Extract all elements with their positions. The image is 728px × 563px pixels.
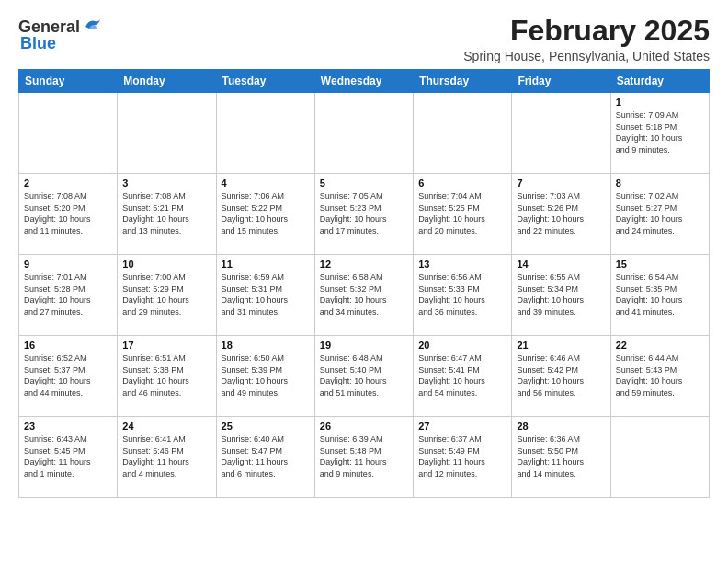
month-title: February 2025 — [463, 15, 710, 47]
calendar-cell-w3-d7: 15Sunrise: 6:54 AM Sunset: 5:35 PM Dayli… — [610, 255, 709, 336]
day-number: 5 — [320, 178, 408, 189]
day-info: Sunrise: 7:04 AM Sunset: 5:25 PM Dayligh… — [418, 190, 506, 236]
day-number: 21 — [517, 339, 605, 350]
day-number: 22 — [616, 339, 704, 350]
calendar-header-row: Sunday Monday Tuesday Wednesday Thursday… — [19, 70, 710, 93]
calendar-cell-w1-d5 — [414, 93, 512, 174]
calendar-cell-w1-d1 — [19, 93, 118, 174]
calendar: Sunday Monday Tuesday Wednesday Thursday… — [18, 69, 710, 498]
day-number: 13 — [418, 259, 506, 270]
day-number: 19 — [320, 339, 408, 350]
calendar-cell-w4-d6: 21Sunrise: 6:46 AM Sunset: 5:42 PM Dayli… — [512, 336, 610, 417]
header-monday: Monday — [118, 70, 216, 93]
title-area: February 2025 Spring House, Pennsylvania… — [463, 15, 710, 63]
day-info: Sunrise: 6:43 AM Sunset: 5:45 PM Dayligh… — [24, 433, 112, 479]
location-subtitle: Spring House, Pennsylvania, United State… — [463, 49, 710, 63]
header-wednesday: Wednesday — [314, 70, 413, 93]
calendar-cell-w3-d5: 13Sunrise: 6:56 AM Sunset: 5:33 PM Dayli… — [414, 255, 512, 336]
day-number: 4 — [222, 178, 310, 189]
day-number: 25 — [222, 420, 310, 431]
calendar-week-3: 9Sunrise: 7:01 AM Sunset: 5:28 PM Daylig… — [19, 255, 710, 336]
calendar-cell-w5-d3: 25Sunrise: 6:40 AM Sunset: 5:47 PM Dayli… — [216, 417, 314, 498]
calendar-cell-w5-d4: 26Sunrise: 6:39 AM Sunset: 5:48 PM Dayli… — [314, 417, 413, 498]
day-number: 8 — [616, 178, 704, 189]
day-number: 11 — [222, 259, 310, 270]
calendar-cell-w4-d4: 19Sunrise: 6:48 AM Sunset: 5:40 PM Dayli… — [314, 336, 413, 417]
day-number: 7 — [517, 178, 605, 189]
calendar-cell-w4-d3: 18Sunrise: 6:50 AM Sunset: 5:39 PM Dayli… — [216, 336, 314, 417]
calendar-cell-w1-d4 — [314, 93, 413, 174]
day-info: Sunrise: 6:44 AM Sunset: 5:43 PM Dayligh… — [616, 352, 704, 398]
day-info: Sunrise: 6:36 AM Sunset: 5:50 PM Dayligh… — [517, 433, 605, 479]
calendar-week-5: 23Sunrise: 6:43 AM Sunset: 5:45 PM Dayli… — [19, 417, 710, 498]
calendar-cell-w1-d2 — [118, 93, 216, 174]
calendar-week-1: 1Sunrise: 7:09 AM Sunset: 5:18 PM Daylig… — [19, 93, 710, 174]
day-info: Sunrise: 6:37 AM Sunset: 5:49 PM Dayligh… — [418, 433, 506, 479]
day-number: 18 — [222, 339, 310, 350]
calendar-cell-w4-d7: 22Sunrise: 6:44 AM Sunset: 5:43 PM Dayli… — [610, 336, 709, 417]
day-info: Sunrise: 7:06 AM Sunset: 5:22 PM Dayligh… — [222, 190, 310, 236]
calendar-cell-w4-d1: 16Sunrise: 6:52 AM Sunset: 5:37 PM Dayli… — [19, 336, 118, 417]
day-info: Sunrise: 7:08 AM Sunset: 5:21 PM Dayligh… — [122, 190, 210, 236]
calendar-cell-w2-d4: 5Sunrise: 7:05 AM Sunset: 5:23 PM Daylig… — [314, 174, 413, 255]
day-number: 24 — [122, 420, 210, 431]
day-info: Sunrise: 7:05 AM Sunset: 5:23 PM Dayligh… — [320, 190, 408, 236]
header-tuesday: Tuesday — [216, 70, 314, 93]
day-number: 1 — [616, 97, 704, 108]
day-number: 9 — [24, 259, 112, 270]
calendar-cell-w3-d2: 10Sunrise: 7:00 AM Sunset: 5:29 PM Dayli… — [118, 255, 216, 336]
day-number: 28 — [517, 420, 605, 431]
header-area: General Blue February 2025 Spring House,… — [18, 15, 710, 63]
calendar-cell-w1-d7: 1Sunrise: 7:09 AM Sunset: 5:18 PM Daylig… — [610, 93, 709, 174]
calendar-cell-w2-d1: 2Sunrise: 7:08 AM Sunset: 5:20 PM Daylig… — [19, 174, 118, 255]
day-info: Sunrise: 6:48 AM Sunset: 5:40 PM Dayligh… — [320, 352, 408, 398]
day-info: Sunrise: 6:56 AM Sunset: 5:33 PM Dayligh… — [418, 271, 506, 317]
calendar-cell-w2-d3: 4Sunrise: 7:06 AM Sunset: 5:22 PM Daylig… — [216, 174, 314, 255]
calendar-cell-w5-d5: 27Sunrise: 6:37 AM Sunset: 5:49 PM Dayli… — [414, 417, 512, 498]
calendar-cell-w4-d2: 17Sunrise: 6:51 AM Sunset: 5:38 PM Dayli… — [118, 336, 216, 417]
header-thursday: Thursday — [414, 70, 512, 93]
calendar-cell-w5-d2: 24Sunrise: 6:41 AM Sunset: 5:46 PM Dayli… — [118, 417, 216, 498]
logo: General Blue — [18, 15, 102, 53]
calendar-week-4: 16Sunrise: 6:52 AM Sunset: 5:37 PM Dayli… — [19, 336, 710, 417]
day-info: Sunrise: 6:47 AM Sunset: 5:41 PM Dayligh… — [418, 352, 506, 398]
calendar-cell-w2-d6: 7Sunrise: 7:03 AM Sunset: 5:26 PM Daylig… — [512, 174, 610, 255]
day-number: 20 — [418, 339, 506, 350]
day-number: 27 — [418, 420, 506, 431]
day-info: Sunrise: 6:46 AM Sunset: 5:42 PM Dayligh… — [517, 352, 605, 398]
day-info: Sunrise: 6:41 AM Sunset: 5:46 PM Dayligh… — [122, 433, 210, 479]
calendar-cell-w1-d6 — [512, 93, 610, 174]
calendar-cell-w2-d2: 3Sunrise: 7:08 AM Sunset: 5:21 PM Daylig… — [118, 174, 216, 255]
day-info: Sunrise: 6:55 AM Sunset: 5:34 PM Dayligh… — [517, 271, 605, 317]
calendar-cell-w4-d5: 20Sunrise: 6:47 AM Sunset: 5:41 PM Dayli… — [414, 336, 512, 417]
page: General Blue February 2025 Spring House,… — [0, 0, 728, 512]
calendar-cell-w2-d7: 8Sunrise: 7:02 AM Sunset: 5:27 PM Daylig… — [610, 174, 709, 255]
day-info: Sunrise: 6:40 AM Sunset: 5:47 PM Dayligh… — [222, 433, 310, 479]
day-info: Sunrise: 6:39 AM Sunset: 5:48 PM Dayligh… — [320, 433, 408, 479]
day-number: 12 — [320, 259, 408, 270]
calendar-cell-w1-d3 — [216, 93, 314, 174]
header-saturday: Saturday — [610, 70, 709, 93]
day-info: Sunrise: 7:09 AM Sunset: 5:18 PM Dayligh… — [616, 109, 704, 155]
day-number: 3 — [122, 178, 210, 189]
calendar-cell-w3-d1: 9Sunrise: 7:01 AM Sunset: 5:28 PM Daylig… — [19, 255, 118, 336]
logo-bird-icon — [82, 17, 102, 34]
day-number: 17 — [122, 339, 210, 350]
day-info: Sunrise: 7:08 AM Sunset: 5:20 PM Dayligh… — [24, 190, 112, 236]
day-info: Sunrise: 6:52 AM Sunset: 5:37 PM Dayligh… — [24, 352, 112, 398]
calendar-week-2: 2Sunrise: 7:08 AM Sunset: 5:20 PM Daylig… — [19, 174, 710, 255]
logo-blue: Blue — [20, 35, 56, 53]
day-number: 2 — [24, 178, 112, 189]
day-info: Sunrise: 7:02 AM Sunset: 5:27 PM Dayligh… — [616, 190, 704, 236]
day-number: 10 — [122, 259, 210, 270]
day-number: 26 — [320, 420, 408, 431]
day-info: Sunrise: 6:51 AM Sunset: 5:38 PM Dayligh… — [122, 352, 210, 398]
day-info: Sunrise: 6:59 AM Sunset: 5:31 PM Dayligh… — [222, 271, 310, 317]
calendar-cell-w3-d4: 12Sunrise: 6:58 AM Sunset: 5:32 PM Dayli… — [314, 255, 413, 336]
calendar-cell-w5-d1: 23Sunrise: 6:43 AM Sunset: 5:45 PM Dayli… — [19, 417, 118, 498]
calendar-cell-w2-d5: 6Sunrise: 7:04 AM Sunset: 5:25 PM Daylig… — [414, 174, 512, 255]
day-number: 23 — [24, 420, 112, 431]
calendar-cell-w3-d3: 11Sunrise: 6:59 AM Sunset: 5:31 PM Dayli… — [216, 255, 314, 336]
day-info: Sunrise: 6:50 AM Sunset: 5:39 PM Dayligh… — [222, 352, 310, 398]
header-sunday: Sunday — [19, 70, 118, 93]
